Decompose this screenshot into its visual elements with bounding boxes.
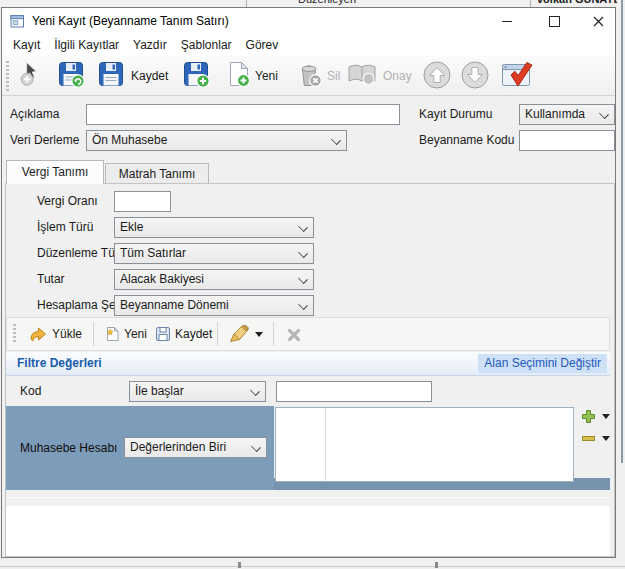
background-horizontal-line [0, 566, 625, 567]
remove-value-button[interactable] [580, 430, 597, 447]
muhasebe-operator-value: Değerlerinden Biri [130, 440, 226, 454]
main-toolbar: Kaydet Yeni [2, 56, 615, 96]
save-refresh-button[interactable] [57, 60, 85, 88]
chevron-down-icon [298, 300, 308, 310]
background-window-top-strip: Düzenleyen volkan GÜNAYDIN [0, 0, 625, 7]
clear-broom-button[interactable] [229, 325, 249, 343]
new-button-label[interactable]: Yeni [255, 56, 278, 96]
kayit-durumu-label: Kayıt Durumu [419, 104, 492, 125]
kayit-durumu-select[interactable]: Kullanımda [519, 104, 615, 125]
new-filter-button[interactable]: Yeni [124, 318, 147, 350]
islem-turu-value: Ekle [120, 220, 143, 234]
duzenleme-turu-select[interactable]: Tüm Satırlar [114, 243, 314, 264]
muhasebe-operator-select[interactable]: Değerlerinden Biri [124, 437, 267, 458]
chevron-down-icon [599, 109, 609, 119]
aciklama-input[interactable] [86, 104, 400, 125]
menu-bar: Kayıt İlgili Kayıtlar Yazdır Şablonlar G… [2, 34, 615, 56]
move-up-button[interactable] [422, 60, 452, 90]
change-field-selection-link[interactable]: Alan Seçimini Değiştir [478, 354, 607, 373]
save-button-label[interactable]: Kaydet [131, 56, 168, 96]
close-icon [593, 16, 604, 27]
chevron-down-icon [251, 442, 261, 452]
menu-gorev[interactable]: Görev [239, 35, 286, 55]
hesaplama-sekli-value: Beyanname Dönemi [120, 298, 229, 312]
veri-derleme-value: Ön Muhasebe [92, 133, 167, 147]
kayit-durumu-value: Kullanımda [525, 107, 585, 121]
toolbar-grip[interactable] [6, 61, 9, 91]
app-icon [10, 14, 25, 29]
background-scrollbar-edge [621, 0, 623, 463]
delete-button-label: Sil [327, 56, 340, 96]
new-filter-icon [105, 326, 120, 342]
approve-icon-disabled [346, 62, 378, 88]
chevron-down-icon [331, 135, 341, 145]
chevron-down-icon [298, 248, 308, 258]
kod-operator-value: İle başlar [135, 384, 184, 398]
filter-toolbar: Yükle Yeni Kaydet [6, 317, 610, 351]
filter-values-header: Filtre Değerleri Alan Seçimini Değiştir [6, 352, 610, 376]
islem-turu-select[interactable]: Ekle [114, 217, 314, 238]
menu-sablonlar[interactable]: Şablonlar [174, 35, 239, 55]
background-grid-line [530, 0, 531, 7]
remove-filter-icon-disabled [287, 328, 301, 342]
separator [93, 322, 94, 346]
menu-kayit[interactable]: Kayıt [6, 35, 47, 55]
background-window-bottom-strip [0, 558, 625, 569]
tutar-label: Tutar [37, 269, 65, 290]
menu-ilgili-kayitlar[interactable]: İlgili Kayıtlar [47, 35, 126, 55]
save-filter-icon [155, 326, 171, 342]
add-value-button[interactable] [580, 408, 597, 425]
veri-derleme-select[interactable]: Ön Muhasebe [86, 130, 347, 151]
save-filter-button[interactable]: Kaydet [175, 318, 212, 350]
load-button[interactable]: Yükle [52, 318, 82, 350]
filter-empty-strip [6, 490, 610, 506]
vergi-orani-label: Vergi Oranı [37, 191, 98, 212]
title-bar: Yeni Kayıt (Beyanname Tanım Satırı) [2, 8, 615, 34]
kod-operator-select[interactable]: İle başlar [129, 381, 266, 402]
dialog-window: Yeni Kayıt (Beyanname Tanım Satırı) Kayı… [1, 7, 616, 558]
tab-vergi-tanimi-label: Vergi Tanımı [22, 165, 88, 179]
muhasebe-values-listbox[interactable] [275, 407, 574, 482]
vergi-orani-input[interactable] [114, 191, 171, 212]
bottom-white-area [6, 506, 610, 556]
maximize-icon [549, 16, 560, 27]
tab-vergi-tanimi[interactable]: Vergi Tanımı [6, 160, 104, 184]
beyanname-kodu-label: Beyanname Kodu [419, 130, 514, 151]
background-tick [238, 562, 241, 568]
minimize-button[interactable] [490, 8, 524, 34]
save-icon[interactable] [97, 60, 125, 88]
maximize-button[interactable] [537, 8, 571, 34]
delete-icon-disabled [295, 60, 323, 88]
menu-yazdir[interactable]: Yazdır [126, 35, 174, 55]
chevron-down-icon [250, 386, 260, 396]
close-button[interactable] [581, 8, 615, 34]
toolbar-grip[interactable] [13, 324, 16, 344]
aciklama-label: Açıklama [10, 104, 59, 125]
muhasebe-hesabi-label: Muhasebe Hesabı [20, 438, 117, 459]
filter-values-title: Filtre Değerleri [17, 352, 102, 375]
background-column-header: Düzenleyen [298, 0, 356, 5]
hesaplama-sekli-select[interactable]: Beyanname Dönemi [114, 295, 314, 316]
approve-button-label: Onay [383, 56, 412, 96]
select-add-icon [18, 60, 45, 87]
veri-derleme-label: Veri Derleme [10, 130, 79, 151]
kod-label: Kod [20, 381, 41, 402]
tab-matrah-tanimi-label: Matrah Tanımı [119, 167, 195, 181]
load-icon [29, 326, 47, 343]
add-value-dropdown-caret[interactable] [602, 414, 610, 419]
screen: Düzenleyen volkan GÜNAYDIN Yeni Kayıt (B… [0, 0, 625, 569]
save-new-button[interactable] [182, 60, 210, 88]
broom-dropdown-caret[interactable] [255, 332, 263, 337]
background-cell-text: volkan GÜNAYDIN [537, 0, 625, 5]
move-down-button[interactable] [460, 60, 490, 90]
tab-matrah-tanimi[interactable]: Matrah Tanımı [105, 163, 209, 184]
islem-turu-label: İşlem Türü [37, 217, 93, 238]
kod-value-input[interactable] [276, 381, 432, 402]
validate-window-button[interactable] [500, 59, 536, 91]
tutar-value: Alacak Bakiyesi [120, 272, 204, 286]
new-record-icon[interactable] [227, 60, 251, 88]
remove-value-dropdown-caret[interactable] [602, 436, 610, 441]
beyanname-kodu-input[interactable] [519, 130, 615, 151]
chevron-down-icon [298, 274, 308, 284]
tutar-select[interactable]: Alacak Bakiyesi [114, 269, 314, 290]
